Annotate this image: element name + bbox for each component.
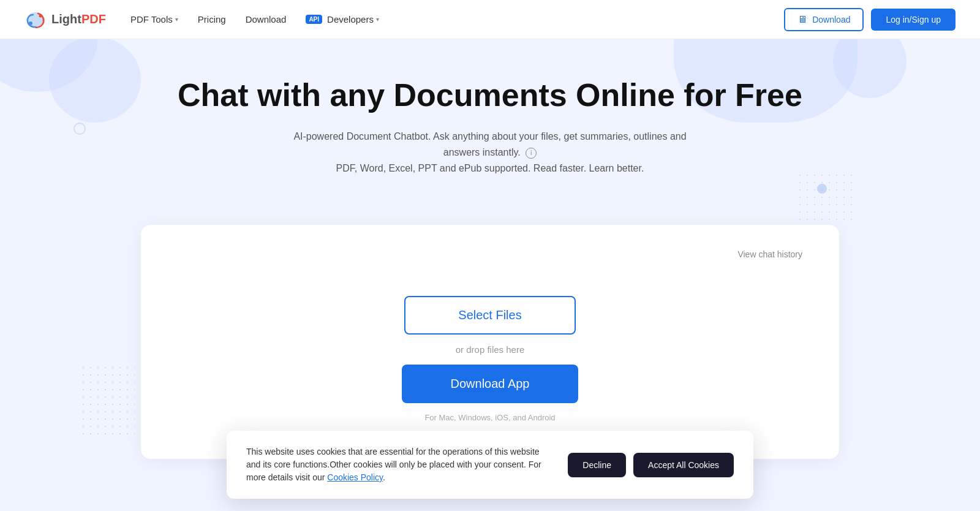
cookie-text: This website uses cookies that are essen… — [246, 445, 553, 484]
hero-subtitle: AI-powered Document Chatbot. Ask anythin… — [282, 129, 698, 176]
upload-area: Select Files or drop files here Download… — [153, 296, 827, 422]
nav-pdf-tools[interactable]: PDF Tools ▾ — [130, 14, 178, 25]
nav-links: PDF Tools ▾ Pricing Download API Develop… — [130, 14, 784, 25]
info-icon[interactable]: i — [526, 148, 537, 159]
monitor-icon: 🖥 — [797, 14, 807, 25]
upload-card: View chat history Select Files or drop f… — [141, 225, 839, 459]
nav-actions: 🖥 Download Log in/Sign up — [784, 8, 956, 31]
nav-download[interactable]: Download — [246, 14, 287, 25]
login-button[interactable]: Log in/Sign up — [871, 9, 956, 31]
logo-text-pdf: PDF — [81, 12, 106, 26]
chevron-down-icon: ▾ — [376, 16, 379, 23]
app-platforms-text: For Mac, Windows, iOS, and Android — [424, 413, 555, 422]
hero-section: Chat with any Documents Online for Free … — [0, 39, 980, 225]
nav-pricing[interactable]: Pricing — [198, 14, 226, 25]
drop-files-text: or drop files here — [456, 344, 525, 355]
chevron-down-icon: ▾ — [175, 16, 178, 23]
decline-button[interactable]: Decline — [568, 453, 626, 477]
nav-developers[interactable]: API Developers ▾ — [306, 14, 379, 25]
navbar: LightPDF PDF Tools ▾ Pricing Download AP… — [0, 0, 980, 39]
logo[interactable]: LightPDF — [24, 10, 106, 29]
hero-title: Chat with any Documents Online for Free — [12, 76, 968, 114]
api-badge: API — [306, 15, 322, 24]
download-app-button[interactable]: Download App — [402, 365, 579, 403]
header-download-button[interactable]: 🖥 Download — [784, 8, 864, 31]
svg-point-1 — [39, 14, 42, 17]
view-chat-history-link[interactable]: View chat history — [153, 249, 827, 259]
cookie-actions: Decline Accept All Cookies — [568, 453, 734, 477]
logo-icon — [24, 10, 47, 29]
accept-cookies-button[interactable]: Accept All Cookies — [633, 453, 734, 477]
cookies-policy-link[interactable]: Cookies Policy — [327, 472, 383, 482]
logo-text-light: Light — [51, 12, 81, 26]
cookie-banner: This website uses cookies that are essen… — [227, 431, 753, 499]
select-files-button[interactable]: Select Files — [404, 296, 576, 335]
svg-point-0 — [29, 21, 32, 25]
